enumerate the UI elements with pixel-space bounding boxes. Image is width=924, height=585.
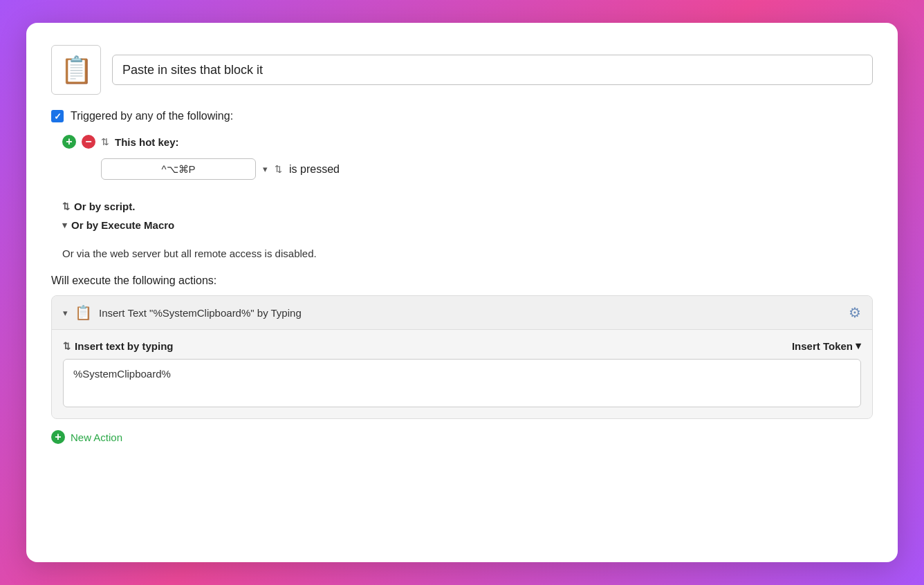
or-by-script-row: ⇅ Or by script. xyxy=(62,201,873,212)
action-collapse-icon[interactable]: ▾ xyxy=(63,308,68,318)
insert-token-chevron-icon: ▾ xyxy=(856,340,861,352)
or-script-updown-icon: ⇅ xyxy=(62,201,70,212)
or-execute-chevron-icon: ▾ xyxy=(62,220,67,230)
clipboard-icon: 📋 xyxy=(60,55,93,85)
macro-title-input[interactable] xyxy=(112,55,873,85)
main-card: 📋 Triggered by any of the following: + −… xyxy=(26,23,898,562)
insert-text-label: ⇅ Insert text by typing xyxy=(63,340,174,352)
or-by-script-label: Or by script. xyxy=(74,201,135,212)
action-gear-icon[interactable]: ⚙ xyxy=(849,304,861,321)
add-trigger-button[interactable]: + xyxy=(62,135,76,149)
triggered-label: Triggered by any of the following: xyxy=(71,110,233,122)
trigger-updown-icon: ⇅ xyxy=(101,136,109,147)
new-action-add-button[interactable]: + xyxy=(51,430,65,444)
triggered-row: Triggered by any of the following: xyxy=(51,110,873,122)
will-execute-label: Will execute the following actions: xyxy=(51,275,873,287)
key-combo-input[interactable] xyxy=(101,158,256,180)
remove-trigger-button[interactable]: − xyxy=(82,135,95,149)
insert-text-label-text: Insert text by typing xyxy=(75,340,174,352)
is-pressed-label: is pressed xyxy=(289,163,340,176)
action-card-body: ⇅ Insert text by typing Insert Token ▾ %… xyxy=(52,329,872,418)
key-combo-row: ▾ ⇅ is pressed xyxy=(101,158,873,180)
hotkey-title: This hot key: xyxy=(115,136,179,148)
triggered-checkbox[interactable] xyxy=(51,110,64,122)
new-action-row: + New Action xyxy=(51,430,873,444)
or-by-script-section: ⇅ Or by script. ▾ Or by Execute Macro xyxy=(62,201,873,241)
insert-token-button[interactable]: Insert Token ▾ xyxy=(792,340,861,352)
or-by-execute-label: Or by Execute Macro xyxy=(71,219,174,231)
text-content-area[interactable]: %SystemClipboard% xyxy=(63,359,861,407)
hotkey-section: + − ⇅ This hot key: ▾ ⇅ is pressed xyxy=(62,135,873,189)
action-card-header-left: ▾ 📋 Insert Text "%SystemClipboard%" by T… xyxy=(63,304,302,321)
or-by-execute-row: ▾ Or by Execute Macro xyxy=(62,219,873,231)
action-card: ▾ 📋 Insert Text "%SystemClipboard%" by T… xyxy=(51,295,873,419)
hotkey-header-row: + − ⇅ This hot key: xyxy=(62,135,873,149)
action-type-icon: 📋 xyxy=(75,304,92,321)
macro-icon: 📋 xyxy=(51,45,101,95)
key-combo-dropdown-icon[interactable]: ▾ xyxy=(263,164,268,174)
insert-token-label: Insert Token xyxy=(792,340,853,352)
new-action-label[interactable]: New Action xyxy=(71,431,122,443)
action-title: Insert Text "%SystemClipboard%" by Typin… xyxy=(99,307,302,319)
insert-text-row: ⇅ Insert text by typing Insert Token ▾ xyxy=(63,340,861,352)
web-server-note: Or via the web server but all remote acc… xyxy=(62,248,873,259)
is-pressed-updown-icon: ⇅ xyxy=(275,164,282,174)
insert-text-updown-icon: ⇅ xyxy=(63,341,71,351)
header-row: 📋 xyxy=(51,45,873,95)
action-card-header: ▾ 📋 Insert Text "%SystemClipboard%" by T… xyxy=(52,296,872,329)
